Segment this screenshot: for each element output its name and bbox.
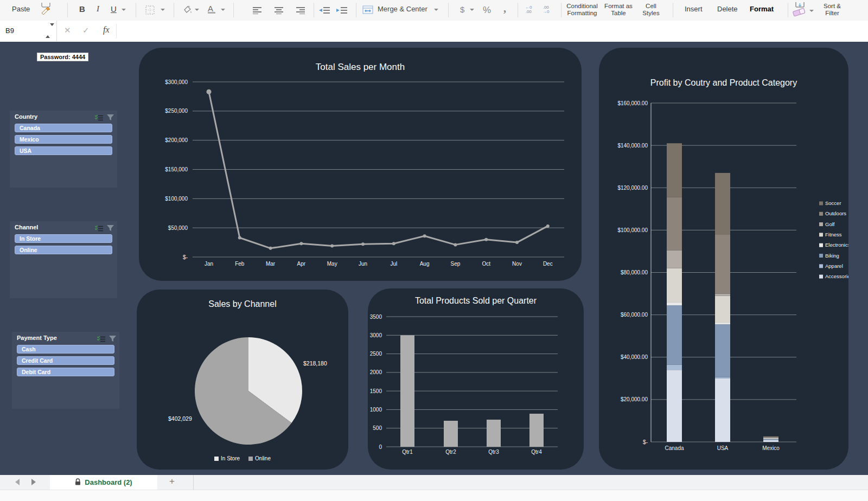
- svg-text:$150,000: $150,000: [165, 166, 188, 172]
- underline-dropdown-icon[interactable]: [122, 9, 126, 11]
- percent-format-button[interactable]: %: [483, 5, 491, 16]
- slicer-item-credit-card[interactable]: Credit Card: [17, 356, 114, 365]
- borders-dropdown-icon[interactable]: [161, 9, 165, 11]
- slicer-title: Country: [15, 113, 37, 120]
- legend-item: Online: [248, 455, 271, 461]
- filter-icon[interactable]: [107, 224, 114, 234]
- cancel-icon[interactable]: ✕: [64, 25, 71, 35]
- decrease-indent-icon[interactable]: [319, 7, 331, 16]
- legend-item: In Store: [214, 455, 240, 461]
- tab-dashboard[interactable]: Dashboard (2): [50, 475, 157, 490]
- ribbon-divider: [673, 3, 673, 17]
- legend-swatch: [248, 457, 253, 461]
- slicer-item-mexico[interactable]: Mexico: [15, 135, 112, 144]
- svg-text:Biking: Biking: [825, 253, 839, 259]
- merge-center-icon[interactable]: [362, 5, 373, 16]
- fill-color-dropdown-icon[interactable]: [195, 9, 199, 11]
- italic-button[interactable]: I: [97, 4, 99, 14]
- borders-icon[interactable]: [145, 5, 155, 17]
- add-sheet-button[interactable]: +: [169, 476, 175, 487]
- clear-dropdown-icon[interactable]: [809, 10, 814, 12]
- svg-text:Sep: Sep: [451, 261, 461, 267]
- chart-sales-by-channel[interactable]: Sales by Channel $218,180$402,029 In Sto…: [137, 290, 348, 470]
- slicer-item-in-store[interactable]: In Store: [15, 234, 112, 243]
- filter-icon[interactable]: [109, 335, 116, 344]
- align-center-icon[interactable]: [275, 7, 284, 16]
- svg-text:$50,000: $50,000: [168, 225, 188, 231]
- conditional-formatting-button[interactable]: Conditional Formatting: [560, 3, 604, 17]
- svg-text:USA: USA: [717, 445, 729, 451]
- increase-indent-icon[interactable]: [336, 7, 348, 16]
- multiselect-icon[interactable]: [97, 335, 105, 344]
- name-box-spinner[interactable]: [46, 26, 54, 36]
- svg-text:$-: $-: [183, 254, 188, 260]
- slicer-item-canada[interactable]: Canada: [15, 124, 112, 132]
- slicer-item-usa[interactable]: USA: [15, 146, 112, 155]
- svg-text:Mar: Mar: [266, 261, 276, 267]
- svg-text:Outdoors: Outdoors: [825, 210, 846, 216]
- slicer-item-debit-card[interactable]: Debit Card: [17, 368, 114, 376]
- svg-text:Qtr4: Qtr4: [531, 449, 542, 455]
- svg-text:1000: 1000: [370, 407, 382, 413]
- multiselect-icon[interactable]: [95, 113, 103, 123]
- name-box[interactable]: B9: [0, 21, 57, 41]
- next-sheet-icon[interactable]: [31, 479, 36, 485]
- slicer-items: CashCredit CardDebit Card: [12, 345, 119, 376]
- svg-text:Soccer: Soccer: [825, 200, 841, 206]
- decrease-decimal-button[interactable]: ←0.00: [525, 5, 532, 14]
- font-color-icon[interactable]: A: [208, 4, 215, 14]
- svg-text:$140,000.00: $140,000.00: [617, 143, 648, 149]
- chart-profit-by-country-category[interactable]: Profit by Coutry and Product Category $1…: [599, 48, 848, 470]
- enter-check-icon[interactable]: ✓: [82, 25, 90, 35]
- svg-text:Aug: Aug: [420, 261, 430, 267]
- underline-button[interactable]: U: [111, 4, 117, 14]
- delete-button[interactable]: Delete: [717, 5, 738, 13]
- ribbon-divider: [174, 3, 174, 17]
- svg-text:500: 500: [373, 425, 382, 431]
- svg-text:Golf: Golf: [825, 221, 835, 227]
- cell-reference[interactable]: B9: [5, 27, 14, 35]
- insert-function-icon[interactable]: fx: [103, 25, 110, 35]
- pie-chart: $218,180$402,029: [137, 290, 348, 470]
- insert-button[interactable]: Insert: [685, 5, 703, 13]
- ribbon-divider: [788, 3, 788, 17]
- format-as-table-button[interactable]: Format as Table: [601, 3, 636, 17]
- cell-styles-button[interactable]: Cell Styles: [637, 3, 665, 17]
- filter-icon[interactable]: [107, 113, 114, 123]
- slicer-item-cash[interactable]: Cash: [17, 345, 114, 354]
- merge-center-button[interactable]: Merge & Center: [378, 5, 427, 13]
- align-left-icon[interactable]: [253, 7, 263, 16]
- sort-filter-button[interactable]: Sort & Filter: [817, 3, 847, 17]
- prev-sheet-icon[interactable]: [15, 479, 20, 485]
- ribbon-divider: [314, 3, 314, 17]
- comma-format-button[interactable]: ,: [503, 2, 506, 15]
- chart-products-sold-per-quarter[interactable]: Total Products Sold per Quarter 35003000…: [368, 288, 584, 470]
- merge-center-dropdown-icon[interactable]: [434, 9, 438, 11]
- svg-text:Jan: Jan: [205, 261, 213, 267]
- slicer-item-online[interactable]: Online: [15, 246, 112, 254]
- chart-total-sales-per-month[interactable]: Total Sales per Month $300,000$250,000$2…: [139, 48, 582, 281]
- formula-bar: B9 ✕ ✓ fx: [0, 21, 868, 42]
- svg-text:0: 0: [379, 444, 382, 450]
- dashboard-sheet: Password: 4444 Country CanadaMexicoUSA C…: [0, 42, 868, 475]
- clear-eraser-icon[interactable]: [792, 7, 806, 19]
- slicer-title: Channel: [15, 224, 38, 230]
- font-color-dropdown-icon[interactable]: [221, 9, 225, 11]
- multiselect-icon[interactable]: [95, 224, 103, 234]
- align-right-icon[interactable]: [296, 7, 306, 16]
- svg-text:May: May: [327, 261, 337, 267]
- pie-legend: In StoreOnline: [137, 455, 348, 461]
- slicer-channel: Channel In StoreOnline: [10, 221, 117, 298]
- bold-button[interactable]: B: [79, 4, 85, 14]
- fill-color-icon[interactable]: [182, 5, 193, 17]
- currency-dropdown-icon[interactable]: [470, 9, 474, 11]
- currency-format-button[interactable]: $: [460, 5, 464, 14]
- svg-text:3000: 3000: [370, 332, 382, 338]
- format-button[interactable]: Format: [750, 5, 774, 13]
- svg-text:Apr: Apr: [297, 261, 306, 267]
- format-painter-icon[interactable]: [40, 6, 52, 18]
- slicer-payment-type: Payment Type CashCredit CardDebit Card: [12, 332, 119, 409]
- paste-button[interactable]: Paste: [12, 5, 30, 13]
- increase-decimal-button[interactable]: .00→0: [542, 5, 549, 14]
- status-bar: [0, 490, 868, 501]
